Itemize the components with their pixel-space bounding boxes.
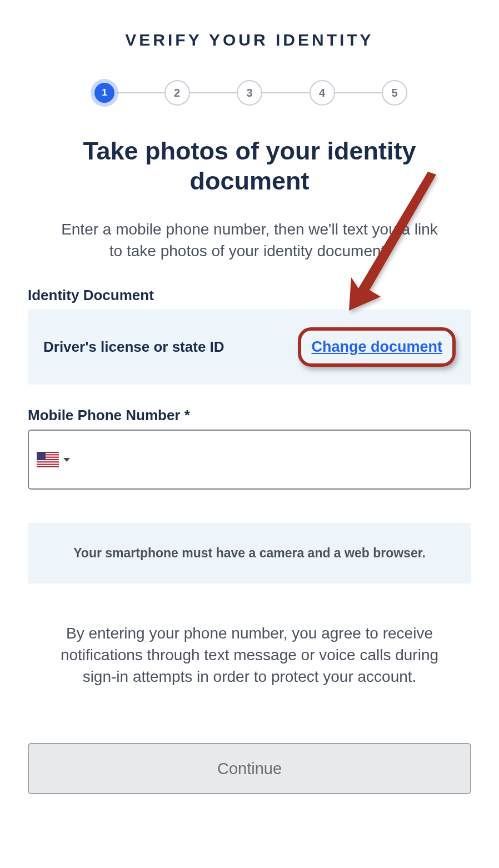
step-connector [117,92,164,93]
smartphone-requirement-info: Your smartphone must have a camera and a… [28,523,471,583]
step-1: 1 [94,83,114,103]
change-document-link[interactable]: Change document [311,338,442,355]
page-title: VERIFY YOUR IDENTITY [28,31,471,49]
svg-rect-6 [37,465,59,466]
step-connector [190,92,237,93]
section-heading: Take photos of your identity document [28,136,471,196]
phone-number-label: Mobile Phone Number * [28,407,471,424]
step-3: 3 [237,80,262,106]
identity-document-label: Identity Document [28,287,471,304]
svg-rect-7 [37,452,46,460]
step-2: 2 [164,80,190,106]
section-subheading: Enter a mobile phone number, then we'll … [28,218,471,262]
progress-stepper: 1 2 3 4 5 [28,80,471,106]
svg-rect-5 [37,463,59,464]
continue-button[interactable]: Continue [28,743,471,794]
phone-input-wrapper[interactable] [28,430,471,490]
step-connector [262,92,310,93]
step-5: 5 [382,80,407,106]
step-connector [335,92,382,93]
country-code-select[interactable] [37,452,70,467]
svg-rect-4 [37,460,59,461]
identity-document-value: Driver's license or state ID [43,338,224,356]
chevron-down-icon [63,458,70,462]
phone-number-input[interactable] [78,431,462,488]
consent-disclaimer: By entering your phone number, you agree… [28,622,471,688]
identity-document-row: Driver's license or state ID Change docu… [28,310,471,385]
us-flag-icon [37,452,59,467]
step-4: 4 [310,80,335,106]
change-document-highlight: Change document [298,327,456,367]
